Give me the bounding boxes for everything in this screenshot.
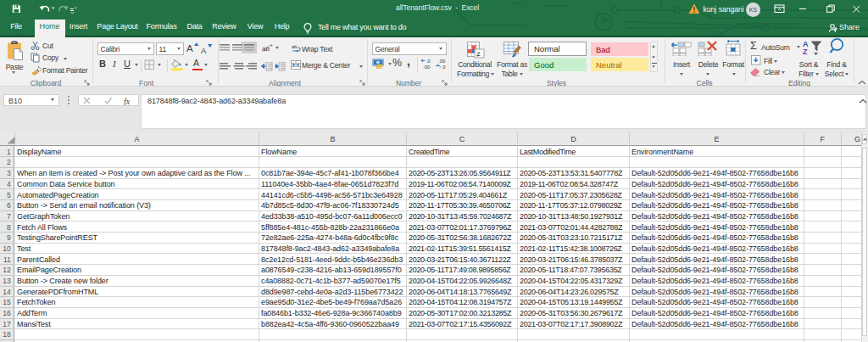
svg-text:ab: ab xyxy=(262,45,270,53)
svg-text:ab: ab xyxy=(292,44,298,49)
svg-text:≠: ≠ xyxy=(476,50,481,59)
svg-text:.00: .00 xyxy=(423,64,431,69)
svg-text:A: A xyxy=(803,40,809,48)
svg-text:.0: .0 xyxy=(426,59,431,64)
svg-text:Z: Z xyxy=(803,48,808,55)
svg-text:.00: .00 xyxy=(438,59,446,64)
svg-text:.0: .0 xyxy=(442,64,447,70)
svg-text:fx: fx xyxy=(124,97,131,105)
